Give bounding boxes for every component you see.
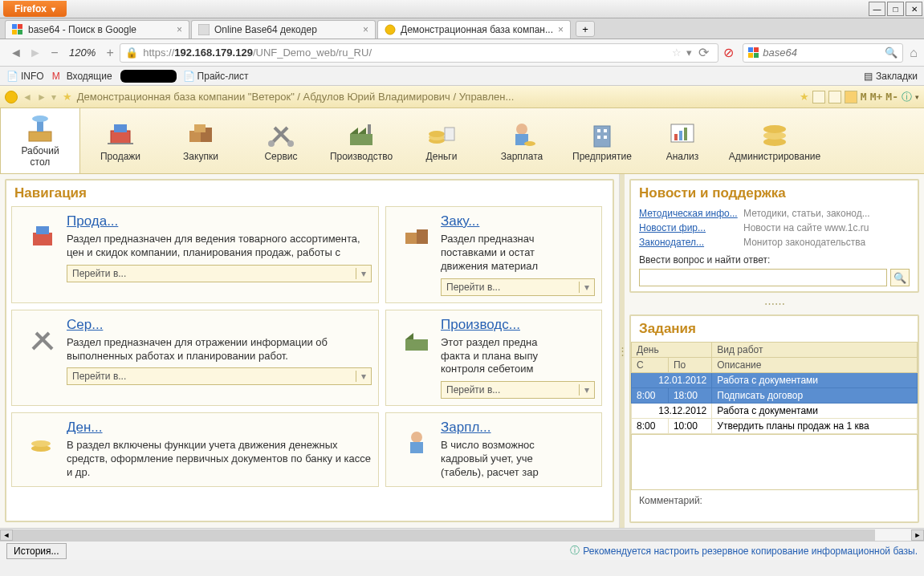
- favorite-star-icon[interactable]: ★: [63, 91, 72, 103]
- new-tab-button[interactable]: +: [576, 21, 595, 37]
- reload-button[interactable]: ⟳: [695, 45, 711, 61]
- section-analysis[interactable]: Анализ: [642, 108, 723, 173]
- search-input[interactable]: [763, 47, 885, 59]
- table-row[interactable]: 12.01.2012 Работа с документами: [632, 373, 918, 388]
- goto-dropdown[interactable]: Перейти в...▾: [441, 278, 595, 296]
- status-message[interactable]: Рекомендуется настроить резервное копиро…: [570, 544, 918, 558]
- card-link[interactable]: Производс...: [441, 317, 595, 333]
- nav-back-icon[interactable]: ◄: [21, 91, 34, 103]
- url-input[interactable]: 🔒 https:// 192.168.179.129 /UNF_Demo_web…: [120, 43, 718, 63]
- news-panel: Новости и поддержка Методическая инфо...…: [629, 179, 919, 293]
- section-label: Предприятие: [572, 152, 632, 162]
- tab-close-icon[interactable]: ×: [172, 24, 182, 35]
- card-link[interactable]: Зарпл...: [441, 420, 595, 436]
- section-label: Закупки: [183, 152, 218, 162]
- zoom-out-button[interactable]: −: [47, 45, 63, 61]
- card-link[interactable]: Ден...: [67, 420, 372, 436]
- search-box[interactable]: 🔍: [743, 43, 903, 63]
- card-link[interactable]: Прода...: [67, 213, 372, 229]
- goto-dropdown[interactable]: Перейти в...▾: [67, 265, 372, 282]
- bookmark-price[interactable]: 📄Прайс-лист: [183, 71, 249, 82]
- scroll-right-icon[interactable]: ►: [911, 529, 924, 541]
- svg-rect-47: [36, 226, 49, 234]
- svg-rect-41: [679, 131, 682, 140]
- goto-dropdown[interactable]: Перейти в...▾: [67, 367, 372, 385]
- tab-bar: base64 - Поиск в Google × Online Base64 …: [0, 18, 924, 39]
- nav-fwd-icon[interactable]: ►: [35, 91, 48, 103]
- card-link[interactable]: Заку...: [441, 213, 595, 229]
- info-dd-icon[interactable]: ▾: [915, 93, 919, 101]
- status-bar: История... Рекомендуется настроить резер…: [0, 541, 924, 560]
- section-sales[interactable]: Продажи: [80, 108, 161, 173]
- scroll-thumb[interactable]: [13, 529, 875, 541]
- tab-close-icon[interactable]: ×: [553, 24, 564, 35]
- titlebar: Firefox — □ ✕: [0, 0, 924, 18]
- zoom-in-button[interactable]: +: [102, 45, 118, 61]
- home-button[interactable]: ⌂: [910, 46, 918, 60]
- horizontal-scrollbar[interactable]: ◄ ►: [0, 528, 924, 541]
- svg-line-20: [275, 128, 291, 144]
- col-type[interactable]: Вид работ: [712, 343, 918, 358]
- news-link[interactable]: Методическая инфо...: [639, 208, 743, 219]
- col-day[interactable]: День: [632, 343, 712, 358]
- goto-dropdown[interactable]: Перейти в...▾: [441, 381, 595, 399]
- history-button[interactable]: История...: [6, 543, 67, 559]
- col-from[interactable]: С: [632, 358, 669, 373]
- news-search-input[interactable]: [639, 269, 887, 286]
- news-search-button[interactable]: 🔍: [890, 269, 910, 286]
- section-service[interactable]: Сервис: [241, 108, 321, 173]
- tool-icon-1[interactable]: [812, 91, 825, 103]
- section-admin[interactable]: Администрирование: [723, 108, 827, 173]
- news-link[interactable]: Новости фир...: [639, 222, 743, 233]
- calendar-icon[interactable]: [845, 91, 857, 103]
- section-money[interactable]: Деньги: [401, 108, 482, 173]
- table-row[interactable]: 8:00 18:00 Подписать договор: [632, 388, 918, 404]
- section-production[interactable]: Производство: [321, 108, 401, 173]
- bookmark-inbox[interactable]: MВходящие: [52, 71, 112, 82]
- section-desktop[interactable]: Рабочий стол: [0, 108, 80, 173]
- url-dropdown-icon[interactable]: ▾: [686, 47, 692, 59]
- bookmark-star-icon[interactable]: ☆: [672, 47, 682, 59]
- tool-icon-2[interactable]: [828, 91, 841, 103]
- size-mminus[interactable]: M-: [885, 91, 898, 103]
- card-desc: Этот раздел предна факта и плана выпу ко…: [441, 336, 595, 377]
- section-company[interactable]: Предприятие: [562, 108, 642, 173]
- table-row[interactable]: 8:00 10:00 Утвердить планы продаж на 1 к…: [632, 419, 918, 434]
- firefox-menu-button[interactable]: Firefox: [3, 1, 67, 17]
- minimize-button[interactable]: —: [869, 2, 885, 16]
- col-to[interactable]: По: [668, 358, 711, 373]
- bookmarks-label[interactable]: Закладки: [876, 71, 918, 82]
- info-icon[interactable]: ⓘ: [902, 90, 912, 104]
- bookmarks-menu-icon[interactable]: ▤: [864, 71, 873, 82]
- noscript-icon[interactable]: ⊘: [720, 45, 736, 61]
- card-link[interactable]: Сер...: [67, 317, 372, 333]
- news-desc: Монитор законодательства: [743, 237, 865, 248]
- search-go-icon[interactable]: 🔍: [885, 47, 898, 59]
- table-row[interactable]: 13.12.2012 Работа с документами: [632, 404, 918, 419]
- size-mplus[interactable]: M+: [870, 91, 883, 103]
- bookmark-info[interactable]: 📄INFO: [6, 71, 44, 82]
- tab-close-icon[interactable]: ×: [358, 24, 368, 35]
- onec-icon: [385, 24, 396, 35]
- close-button[interactable]: ✕: [906, 2, 922, 16]
- maximize-button[interactable]: □: [887, 2, 904, 16]
- tab-google[interactable]: base64 - Поиск в Google ×: [5, 20, 189, 39]
- tab-demo[interactable]: Демонстрационная база компан... ×: [377, 20, 571, 39]
- onec-nav: ◄ ► ▾: [21, 91, 58, 103]
- section-salary[interactable]: Зарплата: [482, 108, 562, 173]
- scroll-left-icon[interactable]: ◄: [0, 529, 13, 541]
- fav-icon[interactable]: ★: [800, 91, 809, 103]
- news-link[interactable]: Законодател...: [639, 237, 743, 248]
- svg-rect-52: [405, 339, 428, 351]
- scroll-track[interactable]: [13, 529, 911, 541]
- panel-splitter[interactable]: ⋯⋯: [625, 298, 924, 310]
- col-desc[interactable]: Описание: [712, 358, 918, 373]
- svg-rect-6: [748, 47, 753, 52]
- back-button[interactable]: ◄: [8, 45, 24, 61]
- nav-dd-icon[interactable]: ▾: [50, 91, 58, 103]
- forward-button[interactable]: ►: [27, 45, 43, 61]
- tab-decoder[interactable]: Online Base64 декодер ×: [191, 20, 376, 39]
- section-purchases[interactable]: Закупки: [161, 108, 241, 173]
- svg-rect-36: [604, 129, 607, 132]
- size-m[interactable]: M: [861, 91, 867, 103]
